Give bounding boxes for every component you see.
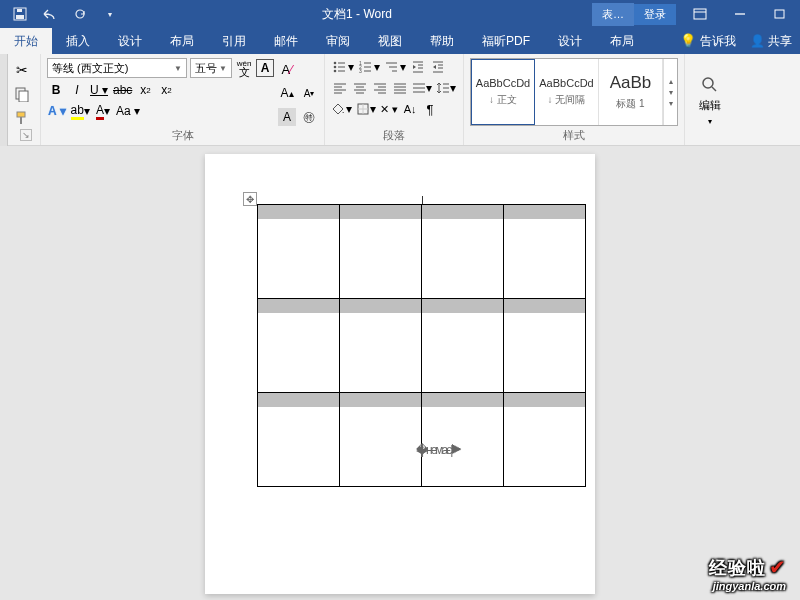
text-effects-icon[interactable]: A ▾ (47, 102, 67, 120)
maximize-icon[interactable] (760, 0, 800, 28)
login-button[interactable]: 登录 (634, 4, 676, 25)
table-cell[interactable] (422, 299, 504, 393)
tab-review[interactable]: 审阅 (312, 28, 364, 54)
subscript-icon[interactable]: x2 (136, 81, 154, 99)
svg-rect-10 (17, 112, 25, 117)
clipboard-launcher-icon[interactable]: ↘ (20, 129, 32, 141)
titlebar: ▾ 文档1 - Word 表… 登录 (0, 0, 800, 28)
style-no-spacing[interactable]: AaBbCcDd ↓ 无间隔 (535, 59, 599, 125)
line-spacing-icon[interactable]: ▾ (435, 79, 457, 97)
table-cell[interactable] (340, 299, 422, 393)
borders-icon[interactable]: ▾ (355, 100, 377, 118)
ribbon-tabs: 开始 插入 设计 布局 引用 邮件 审阅 视图 帮助 福昕PDF 设计 布局 💡… (0, 28, 800, 54)
sort-icon[interactable]: A↓ (401, 100, 419, 118)
char-shading-icon[interactable]: A (278, 108, 296, 126)
tab-insert[interactable]: 插入 (52, 28, 104, 54)
styles-gallery[interactable]: AaBbCcDd ↓ 正文 AaBbCcDd ↓ 无间隔 AaBb 标题 1 ▴… (470, 58, 678, 126)
font-name-combo[interactable]: 等线 (西文正文)▼ (47, 58, 187, 78)
ribbon: ✂ ↘ 等线 (西文正文)▼ 五号▼ (0, 54, 800, 146)
strikethrough-icon[interactable]: abc (112, 81, 133, 99)
table-cell[interactable] (504, 299, 586, 393)
share-button[interactable]: 👤 共享 (750, 33, 792, 50)
page[interactable]: ✥ �немає|⯈ ◂||▸ (205, 154, 595, 594)
svg-rect-11 (20, 117, 22, 124)
underline-icon[interactable]: U ▾ (89, 81, 109, 99)
document-area[interactable]: ✥ �немає|⯈ ◂||▸ (0, 146, 800, 600)
clear-format-icon[interactable]: A⁄ (278, 60, 296, 78)
tell-me[interactable]: 💡 告诉我 (680, 33, 735, 50)
svg-rect-7 (775, 10, 784, 18)
table-cell[interactable] (258, 299, 340, 393)
distribute-icon[interactable]: ▾ (411, 79, 433, 97)
table-cell[interactable] (422, 205, 504, 299)
watermark: 经验啦 ✔ jingyanla.com (709, 555, 786, 592)
decrease-indent-icon[interactable] (409, 58, 427, 76)
table-row[interactable] (258, 393, 586, 487)
cut-icon[interactable]: ✂ (12, 60, 32, 80)
svg-point-60 (703, 78, 713, 88)
table-cell[interactable] (422, 393, 504, 487)
show-marks-icon[interactable]: ¶ (421, 100, 439, 118)
increase-indent-icon[interactable] (429, 58, 447, 76)
font-size-combo[interactable]: 五号▼ (190, 58, 232, 78)
tab-view[interactable]: 视图 (364, 28, 416, 54)
save-icon[interactable] (8, 2, 32, 26)
column-marker (422, 196, 423, 204)
gallery-expand-icon[interactable]: ▴▾▾ (663, 59, 677, 125)
align-right-icon[interactable] (371, 79, 389, 97)
format-painter-icon[interactable] (12, 108, 32, 128)
svg-rect-2 (17, 9, 22, 12)
editing-button[interactable]: 编辑 ▾ (691, 58, 729, 143)
bold-icon[interactable]: B (47, 81, 65, 99)
minimize-icon[interactable] (720, 0, 760, 28)
qat-customize-icon[interactable]: ▾ (98, 2, 122, 26)
tab-help[interactable]: 帮助 (416, 28, 468, 54)
table-move-handle-icon[interactable]: ✥ (243, 192, 257, 206)
justify-icon[interactable] (391, 79, 409, 97)
table-cell[interactable] (340, 205, 422, 299)
superscript-icon[interactable]: x2 (157, 81, 175, 99)
numbering-icon[interactable]: 123▾ (357, 58, 381, 76)
tab-table-layout[interactable]: 布局 (596, 28, 648, 54)
tab-table-design[interactable]: 设计 (544, 28, 596, 54)
copy-icon[interactable] (12, 84, 32, 104)
tab-layout[interactable]: 布局 (156, 28, 208, 54)
style-normal[interactable]: AaBbCcDd ↓ 正文 (471, 59, 535, 125)
italic-icon[interactable]: I (68, 81, 86, 99)
asian-layout-icon[interactable]: ✕ ▾ (379, 100, 399, 118)
undo-icon[interactable] (38, 2, 62, 26)
change-case-icon[interactable]: Aa ▾ (115, 102, 141, 120)
svg-rect-9 (19, 91, 28, 102)
table-cell[interactable] (340, 393, 422, 487)
grow-font-icon[interactable]: A▴ (278, 84, 296, 102)
paragraph-group-label: 段落 (331, 126, 457, 143)
table-cell[interactable] (504, 393, 586, 487)
highlight-icon[interactable]: ab ▾ (70, 102, 91, 120)
table-row[interactable] (258, 299, 586, 393)
column-resize-cursor-icon: ◂||▸ (416, 443, 426, 457)
bullets-icon[interactable]: ▾ (331, 58, 355, 76)
tab-references[interactable]: 引用 (208, 28, 260, 54)
shrink-font-icon[interactable]: A▾ (300, 84, 318, 102)
table-cell[interactable] (504, 205, 586, 299)
align-center-icon[interactable] (351, 79, 369, 97)
ribbon-display-icon[interactable] (680, 0, 720, 28)
align-left-icon[interactable] (331, 79, 349, 97)
tab-foxit[interactable]: 福昕PDF (468, 28, 544, 54)
font-group-label: 字体 (47, 126, 318, 143)
multilevel-list-icon[interactable]: ▾ (383, 58, 407, 76)
pinyin-guide-icon[interactable]: wén文 (235, 59, 253, 77)
redo-icon[interactable] (68, 2, 92, 26)
shading-icon[interactable]: ▾ (331, 100, 353, 118)
char-border-icon[interactable]: A (256, 59, 274, 77)
font-color-icon[interactable]: A ▾ (94, 102, 112, 120)
table-cell[interactable] (258, 393, 340, 487)
tab-design[interactable]: 设计 (104, 28, 156, 54)
tab-mailings[interactable]: 邮件 (260, 28, 312, 54)
tab-home[interactable]: 开始 (0, 28, 52, 54)
table-row[interactable] (258, 205, 586, 299)
style-heading1[interactable]: AaBb 标题 1 (599, 59, 663, 125)
table-cell[interactable] (258, 205, 340, 299)
enclose-char-icon[interactable]: ㊕ (300, 108, 318, 126)
group-paragraph: ▾ 123▾ ▾ ▾ ▾ ▾ ▾ ✕ ▾ (325, 54, 464, 145)
